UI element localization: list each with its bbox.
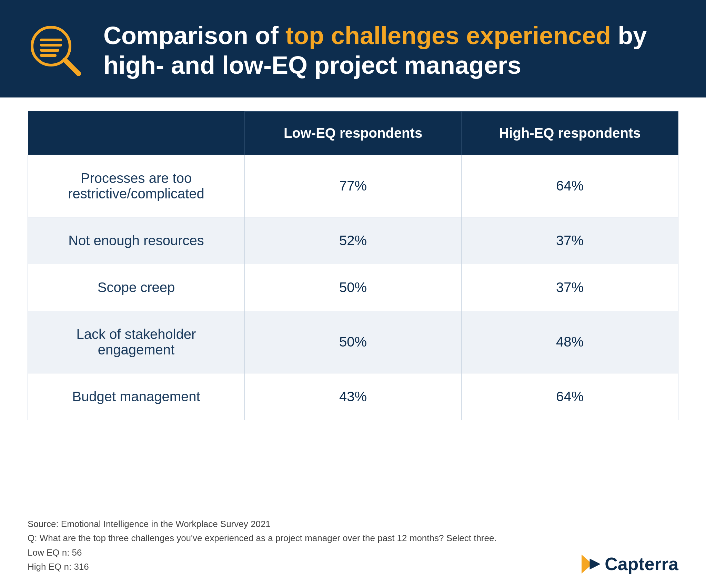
high-eq-cell: 64% [462, 155, 678, 217]
high-eq-cell: 37% [462, 217, 678, 264]
table-row: Scope creep50%37% [28, 264, 678, 311]
table-row: Lack of stakeholder engagement50%48% [28, 311, 678, 373]
table-section: Low-EQ respondents High-EQ respondents P… [0, 97, 706, 507]
challenge-cell: Not enough resources [28, 217, 245, 264]
search-icon [28, 23, 83, 78]
low-eq-cell: 52% [245, 217, 462, 264]
challenge-cell: Processes are too restrictive/complicate… [28, 155, 245, 217]
source-line3: Low EQ n: 56 [28, 546, 497, 560]
low-eq-cell: 50% [245, 264, 462, 311]
source-line1: Source: Emotional Intelligence in the Wo… [28, 517, 497, 532]
table-row: Not enough resources52%37% [28, 217, 678, 264]
challenge-cell: Scope creep [28, 264, 245, 311]
high-eq-cell: 37% [462, 264, 678, 311]
low-eq-cell: 43% [245, 373, 462, 420]
source-line2: Q: What are the top three challenges you… [28, 531, 497, 546]
footer-section: Source: Emotional Intelligence in the Wo… [0, 507, 706, 588]
col-high-eq-header: High-EQ respondents [462, 111, 678, 155]
capterra-brand: Capterra [582, 554, 678, 574]
page-title: Comparison of top challenges experienced… [103, 21, 678, 80]
challenge-cell: Budget management [28, 373, 245, 420]
challenge-cell: Lack of stakeholder engagement [28, 311, 245, 373]
title-highlight: top challenges experienced [285, 22, 611, 49]
high-eq-cell: 64% [462, 373, 678, 420]
table-row: Processes are too restrictive/complicate… [28, 155, 678, 217]
col-low-eq-header: Low-EQ respondents [245, 111, 462, 155]
col-challenge-header [28, 111, 245, 155]
high-eq-cell: 48% [462, 311, 678, 373]
table-row: Budget management43%64% [28, 373, 678, 420]
svg-marker-7 [590, 558, 601, 569]
capterra-logo-text: Capterra [605, 554, 678, 574]
source-notes: Source: Emotional Intelligence in the Wo… [28, 517, 497, 574]
low-eq-cell: 77% [245, 155, 462, 217]
table-header-row: Low-EQ respondents High-EQ respondents [28, 111, 678, 155]
header-section: Comparison of top challenges experienced… [0, 0, 706, 97]
low-eq-cell: 50% [245, 311, 462, 373]
source-line4: High EQ n: 316 [28, 560, 497, 574]
svg-line-5 [65, 60, 79, 74]
comparison-table: Low-EQ respondents High-EQ respondents P… [28, 111, 678, 420]
